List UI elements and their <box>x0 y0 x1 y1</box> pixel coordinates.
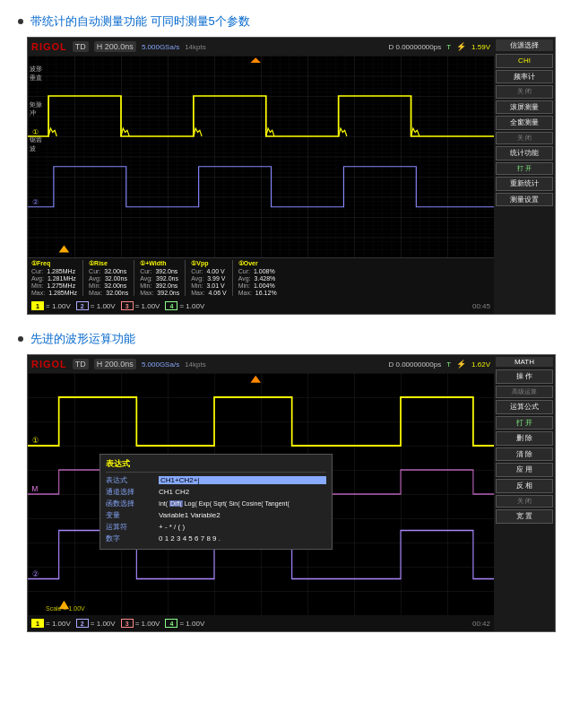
svg-rect-2 <box>28 56 494 257</box>
scope1-ch2-indicator: 2 = 1.00V <box>76 301 116 310</box>
dialog-var-value: Variable1 Variable2 <box>159 511 326 519</box>
scope2-trigger: T <box>446 360 451 369</box>
scope1-voltage: 1.59V <box>471 43 490 51</box>
scope2-ch3-val: = 1.00V <box>135 620 160 628</box>
svg-text:②: ② <box>32 199 39 207</box>
dialog-ops-label: 运算符 <box>106 522 155 532</box>
scope2-time: H 200.0ns <box>94 359 136 369</box>
scope2-btn-width[interactable]: 宽 置 <box>496 509 553 524</box>
scope1-bottombar: 1 = 1.00V 2 = 1.00V 3 = 1.00V 4 = 1.00V … <box>28 298 494 314</box>
scope1-pulse2-label: 锯齿波 <box>30 135 42 153</box>
scope1-btn-reset[interactable]: 重新统计 <box>496 177 553 191</box>
scope1-sample-pts: 14kpts <box>185 43 206 51</box>
scope2-sample-pts: 14kpts <box>185 360 206 369</box>
svg-text:M: M <box>32 484 39 494</box>
scope2-ch3-box: 3 <box>121 619 134 628</box>
scope2-topbar: RIGOL TD H 200.0ns 5.000GSa/s 14kpts D 0… <box>28 355 494 373</box>
scope1-wrapper: RIGOL TD H 200.0ns 5.000GSa/s 14kpts D 0… <box>27 37 556 315</box>
meas-vpp: ①Vpp Cur:4.00 V Avg:3.99 V Min:3.01 V Ma… <box>191 260 226 296</box>
scope2-ch4-box: 4 <box>165 619 177 628</box>
scope1-btn-freq-off: 关 闭 <box>496 85 553 98</box>
scope1-btn-fullwin[interactable]: 全窗测量 <box>496 116 553 130</box>
dialog-expression-row: 表达式 CH1+CH2+| <box>106 475 326 485</box>
scope1-btn-freq[interactable]: 频率计 <box>496 70 553 84</box>
scope1-ch2-box: 2 <box>76 301 89 310</box>
scope2-lightning-icon: ⚡ <box>456 360 466 369</box>
dialog-ch-label: 通道选择 <box>106 487 155 497</box>
scope1-btn-stats[interactable]: 统计功能 <box>496 146 553 161</box>
scope1-ch1-val: = 1.00V <box>46 302 71 310</box>
scope1-btn-settings[interactable]: 测量设置 <box>496 193 553 207</box>
scope2-btn-ops-sub: 高级运算 <box>496 386 553 398</box>
meas-freq: ①Freq Cur:1.285MHz Avg:1.281MHz Min:1.27… <box>31 260 77 296</box>
scope1-time: H 200.0ns <box>94 41 136 52</box>
scope2-btn-delete[interactable]: 删 除 <box>496 431 553 446</box>
scope2-logo: RIGOL <box>31 359 67 369</box>
scope2-ch1-box: 1 <box>31 619 44 628</box>
meas-divider2 <box>134 260 134 296</box>
scope1-sidebar-title: 信源选择 <box>496 39 553 51</box>
scope2-btn-invert[interactable]: 反 相 <box>496 479 553 493</box>
meas-overshoot: ①Over Cur:1.008% Avg:3.428% Min:1.004% M… <box>238 260 277 296</box>
scope1-ch4-box: 4 <box>165 301 177 310</box>
scope2-btn-formula[interactable]: 运算公式 <box>496 400 553 414</box>
scope1-topbar: RIGOL TD H 200.0ns 5.000GSa/s 14kpts D 0… <box>28 38 494 56</box>
scope2-btn-open[interactable]: 打 开 <box>496 416 553 430</box>
scope2-delay: D 0.00000000ps <box>388 360 441 369</box>
scope2-scale-label: Scale = 1.00V <box>46 605 85 612</box>
dialog-ch-value: CH1 CH2 <box>159 488 326 496</box>
scope2-voltage: 1.62V <box>471 360 490 369</box>
scope1-ch4-indicator: 4 = 1.00V <box>165 301 204 310</box>
dialog-func-value: Int( Diff( Log( Exp( Sqrt( Sin( Cosine( … <box>159 500 326 507</box>
stats-link[interactable]: 带统计的自动测量功能 可同时测量5个参数 <box>30 13 250 30</box>
scope1-meas-bar: ①Freq Cur:1.285MHz Avg:1.281MHz Min:1.27… <box>28 257 494 298</box>
lightning-icon: ⚡ <box>456 42 466 51</box>
scope1-sidebar-ch[interactable]: CHI <box>496 54 553 68</box>
scope1-sample-rate: 5.000GSa/s <box>142 43 179 51</box>
scope2-timestamp: 00:42 <box>472 620 490 628</box>
dialog-ops-row: 运算符 + - * / ( ) <box>106 522 326 532</box>
math-bullet-dot <box>18 336 23 342</box>
scope2-ch2-indicator: 2 = 1.00V <box>76 619 116 628</box>
dialog-expr-label: 表达式 <box>106 475 155 485</box>
scope2-sidebar-title: MATH <box>496 357 553 367</box>
scope2-ch1-indicator: 1 = 1.00V <box>31 619 71 628</box>
scope2-ch3-indicator: 3 = 1.00V <box>121 619 160 628</box>
meas-rise-header: ①Rise <box>89 260 128 267</box>
scope2-btn-apply[interactable]: 应 用 <box>496 463 553 477</box>
scope1-ch3-indicator: 3 = 1.00V <box>121 301 160 310</box>
scope1-ch1-box: 1 <box>31 301 44 310</box>
dialog-channel-row: 通道选择 CH1 CH2 <box>106 487 326 497</box>
scope2-btn-ops[interactable]: 操 作 <box>496 369 553 384</box>
meas-divider3 <box>185 260 186 296</box>
meas-overshoot-header: ①Over <box>238 260 277 267</box>
scope1-ch-labels: 波形垂直 矩脉冲 锯齿波 <box>30 65 42 153</box>
scope2-wrapper: RIGOL TD H 200.0ns 5.000GSa/s 14kpts D 0… <box>27 354 556 632</box>
dialog-func-label: 函数选择 <box>106 499 155 508</box>
bullet-dot <box>18 19 23 24</box>
scope1-ch2-val: = 1.00V <box>91 302 116 310</box>
dialog-num-value: 0 1 2 3 4 5 6 7 8 9 . <box>159 534 326 543</box>
scope1-btn-scroll[interactable]: 滚屏测量 <box>496 100 553 115</box>
scope2-btn-clear[interactable]: 清 除 <box>496 447 553 462</box>
dialog-func-row: 函数选择 Int( Diff( Log( Exp( Sqrt( Sin( Cos… <box>106 499 326 508</box>
scope1-btn-stats-on: 打 开 <box>496 162 553 175</box>
math-link[interactable]: 先进的波形运算功能 <box>30 331 135 347</box>
meas-divider1 <box>82 260 83 296</box>
scope1-waveform-label: 波形垂直 <box>30 65 42 82</box>
dialog-ops-value: + - * / ( ) <box>159 523 326 531</box>
dialog-expr-value: CH1+CH2+| <box>159 476 326 484</box>
scope1-trigger: T <box>446 43 451 51</box>
scope2-ch2-box: 2 <box>76 619 89 628</box>
scope2-mode: TD <box>73 359 89 369</box>
stats-section: 带统计的自动测量功能 可同时测量5个参数 RIGOL TD H 200.0ns … <box>18 13 570 315</box>
scope1-grid-svg: ① ② <box>28 56 494 257</box>
dialog-num-label: 数字 <box>106 534 155 543</box>
scope2-main: RIGOL TD H 200.0ns 5.000GSa/s 14kpts D 0… <box>28 355 494 631</box>
dialog-var-label: 变量 <box>106 510 155 520</box>
dialog-title: 表达式 <box>106 458 326 473</box>
scope2-ch2-val: = 1.00V <box>91 620 116 628</box>
scope1-ch4-val: = 1.00V <box>179 302 204 310</box>
scope1-sidebar: 信源选择 CHI 频率计 关 闭 滚屏测量 全窗测量 关 闭 统计功能 打 开 … <box>494 38 555 314</box>
meas-freq-header: ①Freq <box>31 260 77 267</box>
